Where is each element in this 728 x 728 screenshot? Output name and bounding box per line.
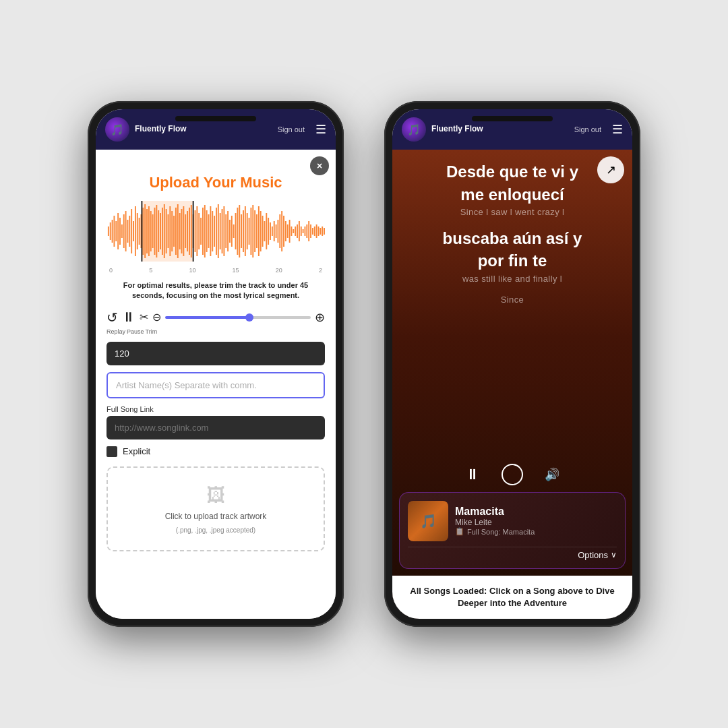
right-nav-bar: 🎵 Fluently Flow Sign out ☰ [392, 109, 632, 150]
options-label[interactable]: Options [578, 550, 608, 560]
svg-rect-107 [310, 224, 311, 238]
svg-rect-63 [225, 214, 226, 248]
svg-rect-6 [115, 221, 117, 241]
song-title: Mamacita [455, 506, 617, 518]
waveform[interactable] [107, 201, 325, 262]
trim-icon[interactable]: ✂ [140, 311, 148, 324]
cursor-icon[interactable]: ↗ [597, 156, 624, 183]
volume-icon[interactable]: 🔊 [545, 467, 559, 482]
svg-rect-36 [173, 216, 175, 247]
svg-rect-47 [195, 210, 196, 252]
left-phone: 🎵 Fluently Flow Sign out ☰ × Upload Your… [88, 101, 344, 627]
svg-rect-86 [270, 222, 271, 240]
svg-rect-109 [314, 226, 315, 236]
phone-notch-left [175, 116, 256, 121]
svg-rect-58 [216, 208, 217, 255]
replay-icon[interactable]: ↺ [107, 309, 118, 326]
svg-rect-54 [208, 214, 210, 248]
svg-rect-37 [175, 208, 177, 255]
scene: 🎵 Fluently Flow Sign out ☰ × Upload Your… [0, 0, 728, 728]
svg-rect-16 [135, 206, 136, 256]
bpm-input[interactable] [107, 342, 325, 365]
svg-rect-102 [301, 226, 302, 236]
svg-rect-3 [110, 222, 111, 240]
svg-rect-24 [150, 211, 152, 251]
minus-icon[interactable]: ⊖ [152, 311, 161, 324]
svg-rect-9 [121, 224, 123, 238]
right-menu-icon[interactable]: ☰ [612, 122, 623, 137]
right-sign-out[interactable]: Sign out [574, 125, 601, 133]
left-menu-icon[interactable]: ☰ [315, 122, 326, 137]
svg-rect-17 [137, 213, 138, 249]
svg-rect-20 [142, 208, 144, 255]
svg-rect-44 [189, 208, 190, 255]
svg-rect-27 [156, 205, 157, 257]
svg-rect-99 [295, 226, 296, 236]
svg-rect-26 [154, 208, 156, 255]
svg-rect-52 [204, 205, 206, 257]
svg-rect-22 [146, 209, 148, 253]
svg-rect-29 [160, 213, 161, 249]
left-nav-bar: 🎵 Fluently Flow Sign out ☰ [96, 109, 336, 150]
svg-rect-40 [181, 209, 183, 253]
svg-rect-81 [260, 211, 262, 251]
svg-rect-53 [206, 210, 208, 252]
pause-play-button[interactable]: ⏸ [465, 466, 480, 483]
chevron-down-icon[interactable]: ∨ [611, 550, 617, 559]
left-sign-out[interactable]: Sign out [278, 125, 305, 133]
svg-rect-23 [148, 206, 150, 256]
svg-rect-77 [252, 205, 253, 257]
svg-rect-55 [210, 206, 211, 256]
song-artist: Mike Leite [455, 518, 617, 527]
svg-rect-79 [256, 214, 257, 248]
artwork-subtext: (.png, .jpg, .jpeg accepted) [176, 526, 255, 534]
song-link-input[interactable] [107, 416, 325, 439]
lyric-primary-4: por fin te [402, 249, 623, 272]
svg-rect-95 [287, 224, 289, 238]
svg-rect-42 [185, 214, 186, 248]
image-icon: 🖼 [206, 484, 225, 506]
song-full-link[interactable]: 📋 Full Song: Mamacita [455, 527, 617, 536]
pause-label: Pause [127, 328, 144, 335]
svg-rect-13 [129, 216, 130, 247]
trim-slider[interactable] [165, 316, 311, 319]
svg-rect-14 [131, 209, 132, 253]
svg-rect-87 [272, 226, 273, 236]
song-info-row: 🎵 Mamacita Mike Leite 📋 Full Song: Mamac… [408, 501, 617, 541]
svg-rect-34 [169, 206, 171, 256]
svg-rect-94 [285, 221, 286, 241]
left-app-title: Fluently Flow [135, 124, 272, 135]
close-button[interactable]: × [310, 156, 329, 175]
artwork-upload-area[interactable]: 🖼 Click to upload track artwork (.png, .… [107, 466, 325, 551]
svg-rect-51 [202, 208, 204, 255]
right-app-title: Fluently Flow [431, 124, 569, 135]
svg-rect-45 [191, 205, 192, 257]
svg-rect-108 [312, 228, 313, 235]
artwork-text: Click to upload track artwork [165, 512, 267, 521]
artist-input[interactable] [107, 372, 325, 398]
explicit-checkbox[interactable] [107, 446, 117, 457]
lyric-section-2: buscaba aún así y por fin te was still l… [402, 227, 623, 286]
plus-icon[interactable]: ⊕ [315, 310, 325, 325]
svg-rect-74 [247, 213, 248, 249]
svg-rect-82 [262, 216, 264, 247]
svg-rect-97 [291, 226, 292, 236]
svg-rect-5 [113, 216, 115, 247]
svg-rect-80 [258, 206, 260, 256]
lyric-section-1: Desde que te vi y me enloquecí Since l s… [402, 160, 623, 219]
svg-rect-8 [119, 218, 121, 245]
pause-icon[interactable]: ⏸ [122, 309, 135, 325]
svg-rect-114 [324, 228, 325, 235]
lyric-primary-3: buscaba aún así y [402, 227, 623, 250]
svg-rect-39 [179, 213, 181, 249]
svg-rect-68 [235, 213, 237, 249]
svg-rect-41 [183, 206, 184, 256]
options-row: Options ∨ [408, 547, 617, 560]
svg-rect-71 [241, 214, 242, 248]
circle-button[interactable] [502, 464, 523, 485]
svg-rect-84 [266, 213, 267, 249]
playback-controls: ↺ ⏸ ✂ ⊖ ⊕ [107, 309, 325, 326]
right-phone-inner: 🎵 Fluently Flow Sign out ☰ ↗ Desde que t… [392, 109, 632, 619]
svg-rect-113 [322, 226, 323, 236]
svg-rect-91 [279, 214, 280, 248]
